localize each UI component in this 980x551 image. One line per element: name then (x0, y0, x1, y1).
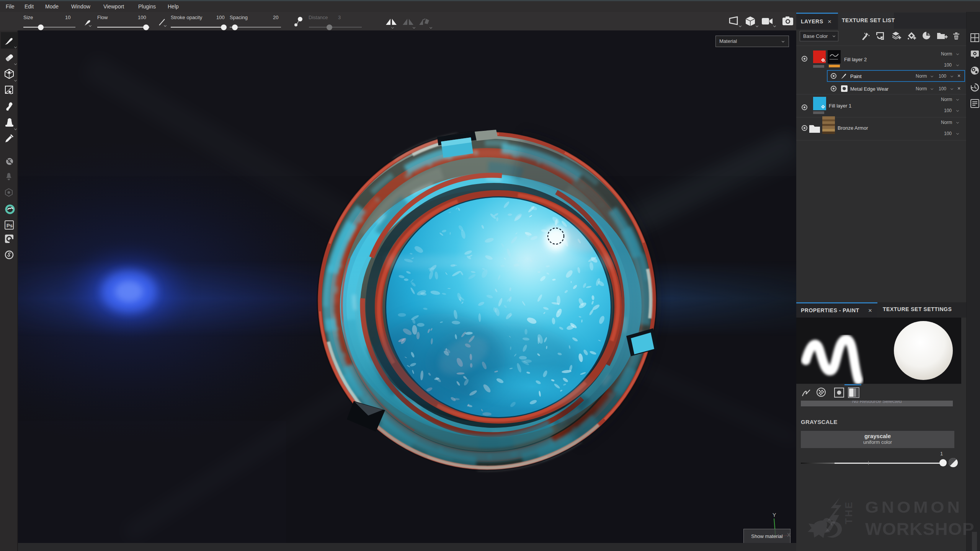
svg-text:Y: Y (773, 512, 776, 518)
svg-text:Ps: Ps (7, 223, 13, 228)
